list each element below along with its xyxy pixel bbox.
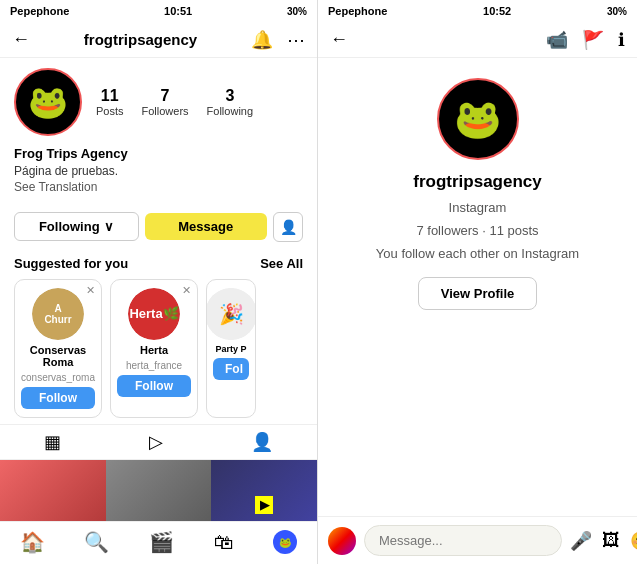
right-platform: Instagram (449, 200, 507, 215)
card-avatar-3: 🎉 (206, 288, 256, 340)
home-icon[interactable]: 🏠 (20, 530, 45, 554)
card-avatar-2: Herta🌿 (128, 288, 180, 340)
profile-name: Frog Trips Agency (14, 146, 303, 161)
follow-button-3[interactable]: Fol (213, 358, 249, 380)
right-panel: Pepephone 10:52 30% ← 📹 🚩 ℹ 🐸 frogtripsa… (318, 0, 637, 564)
right-nav-bar: ← 📹 🚩 ℹ (318, 22, 637, 58)
followers-count: 7 (161, 87, 170, 105)
reels-icon[interactable]: ▷ (149, 431, 163, 453)
message-avatar (328, 527, 356, 555)
profile-top: 🐸 11 Posts 7 Followers 3 Following (14, 68, 303, 136)
party-logo: 🎉 (206, 288, 256, 340)
right-avatar: 🐸 (437, 78, 519, 160)
search-icon[interactable]: 🔍 (84, 530, 109, 554)
mic-icon[interactable]: 🎤 (570, 530, 592, 552)
followers-label: Followers (142, 105, 189, 117)
sticker-icon[interactable]: 😊 (630, 530, 637, 552)
right-carrier: Pepephone (328, 5, 387, 17)
following-button[interactable]: Following ∨ (14, 212, 139, 241)
tab-bar: ▦ ▷ 👤 (0, 424, 317, 460)
right-profile-content: 🐸 frogtripsagency Instagram 7 followers … (318, 58, 637, 516)
close-icon-2[interactable]: ✕ (182, 284, 191, 297)
right-nav-icons: 📹 🚩 ℹ (546, 29, 625, 51)
message-input[interactable] (364, 525, 562, 556)
right-mutual: You follow each other on Instagram (376, 246, 579, 261)
more-icon[interactable]: ⋯ (287, 29, 305, 51)
flag-icon[interactable]: 🚩 (582, 29, 604, 51)
suggested-header: Suggested for you See All (0, 250, 317, 275)
card-handle-2: herta_france (126, 360, 182, 371)
thumb-1 (0, 460, 106, 521)
add-friend-button[interactable]: 👤 (273, 212, 303, 242)
left-nav-title: frogtripsagency (84, 31, 197, 48)
profile-nav-icon[interactable]: 🐸 (273, 530, 297, 554)
bottom-nav: 🏠 🔍 🎬 🛍 🐸 (0, 521, 317, 564)
following-label: Following (39, 219, 100, 234)
right-back-icon[interactable]: ← (330, 29, 348, 50)
card-avatar-1: AChurr (32, 288, 84, 340)
left-status-bar: Pepephone 10:51 30% (0, 0, 317, 22)
achurra-logo: AChurr (32, 288, 84, 340)
left-time: 10:51 (164, 5, 192, 17)
follow-button-1[interactable]: Follow (21, 387, 95, 409)
suggested-title: Suggested for you (14, 256, 128, 271)
right-time: 10:52 (483, 5, 511, 17)
info-icon[interactable]: ℹ (618, 29, 625, 51)
avatar-icon: 🐸 (279, 537, 291, 548)
card-handle-1: conservas_roma (21, 372, 95, 383)
avatar: 🐸 (14, 68, 82, 136)
thumb-2 (106, 460, 212, 521)
video-icon[interactable]: 📹 (546, 29, 568, 51)
see-translation[interactable]: See Translation (14, 180, 303, 194)
grid-thumbnails: ▶ (0, 460, 317, 521)
profile-bio: Página de pruebas. (14, 163, 303, 180)
right-stats: 7 followers · 11 posts (416, 223, 538, 238)
suggested-card-2: ✕ Herta🌿 Herta herta_france Follow (110, 279, 198, 418)
action-buttons: Following ∨ Message 👤 (0, 204, 317, 250)
left-profile-section: 🐸 11 Posts 7 Followers 3 Following Frog … (0, 58, 317, 204)
right-status-bar: Pepephone 10:52 30% (318, 0, 637, 22)
frog-icon: 🐸 (28, 83, 68, 121)
card-name-1: Conservas Roma (21, 344, 95, 368)
suggested-card-3: 🎉 Party P Fol (206, 279, 256, 418)
shop-icon[interactable]: 🛍 (214, 531, 234, 554)
following-label: Following (207, 105, 253, 117)
bell-icon[interactable]: 🔔 (251, 29, 273, 51)
following-count: 3 (225, 87, 234, 105)
follow-button-2[interactable]: Follow (117, 375, 191, 397)
herta-logo: Herta🌿 (128, 288, 180, 340)
suggested-card-1: ✕ AChurr Conservas Roma conservas_roma F… (14, 279, 102, 418)
right-battery: 30% (607, 6, 627, 17)
card-name-2: Herta (140, 344, 168, 356)
posts-label: Posts (96, 105, 124, 117)
stat-following[interactable]: 3 Following (207, 87, 253, 117)
view-profile-button[interactable]: View Profile (418, 277, 537, 310)
left-carrier: Pepephone (10, 5, 69, 17)
left-panel: Pepephone 10:51 30% ← frogtripsagency 🔔 … (0, 0, 318, 564)
tagged-icon[interactable]: 👤 (251, 431, 273, 453)
grid-icon[interactable]: ▦ (44, 431, 61, 453)
see-all-button[interactable]: See All (260, 256, 303, 271)
chevron-down-icon: ∨ (104, 219, 114, 234)
posts-count: 11 (101, 87, 119, 105)
right-username: frogtripsagency (413, 172, 541, 192)
left-nav-bar: ← frogtripsagency 🔔 ⋯ (0, 22, 317, 58)
image-icon[interactable]: 🖼 (602, 530, 620, 551)
close-icon-1[interactable]: ✕ (86, 284, 95, 297)
stat-followers[interactable]: 7 Followers (142, 87, 189, 117)
message-icons: 🎤 🖼 😊 + (570, 529, 637, 553)
left-back-icon[interactable]: ← (12, 29, 30, 50)
reels-nav-icon[interactable]: 🎬 (149, 530, 174, 554)
left-nav-icons: 🔔 ⋯ (251, 29, 305, 51)
add-person-icon: 👤 (280, 219, 297, 235)
right-frog-icon: 🐸 (454, 97, 501, 141)
right-message-bar: 🎤 🖼 😊 + (318, 516, 637, 564)
message-button[interactable]: Message (145, 213, 268, 240)
left-battery: 30% (287, 6, 307, 17)
thumb-3: ▶ (211, 460, 317, 521)
suggested-cards: ✕ AChurr Conservas Roma conservas_roma F… (0, 275, 317, 422)
card-name-3: Party P (215, 344, 246, 354)
stat-posts: 11 Posts (96, 87, 124, 117)
stats-row: 11 Posts 7 Followers 3 Following (96, 87, 303, 117)
